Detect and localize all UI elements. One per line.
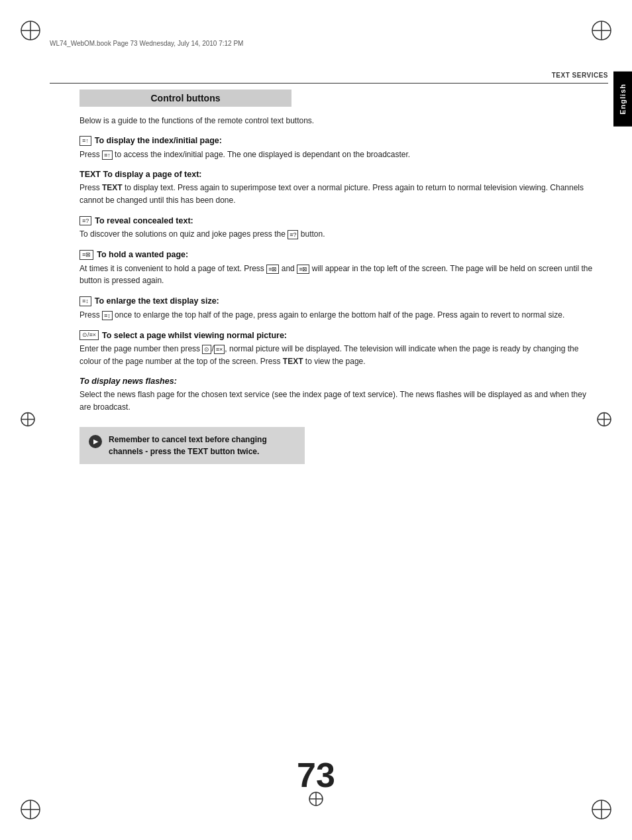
section-title: Control buttons — [79, 90, 291, 107]
subsection-index: ≡↑ To display the index/initial page: Pr… — [79, 136, 599, 160]
subsection-text: TEXT To display a page of text: Press TE… — [79, 170, 599, 206]
subsection-hold-heading: ≡⊠ To hold a wanted page: — [79, 250, 599, 260]
select-heading-text: To select a page whilst viewing normal p… — [102, 331, 287, 340]
reveal-icon: ≡? — [79, 216, 91, 226]
corner-mark-br — [590, 798, 613, 821]
subsection-enlarge-heading: ≡↕ To enlarge the text display size: — [79, 296, 599, 306]
top-rule — [50, 83, 608, 84]
intro-text: Below is a guide to the functions of the… — [79, 115, 599, 127]
header-line: WL74_WebOM.book Page 73 Wednesday, July … — [50, 40, 582, 47]
corner-mark-tr — [590, 19, 613, 42]
subsection-index-heading: ≡↑ To display the index/initial page: — [79, 136, 599, 146]
file-info: WL74_WebOM.book Page 73 Wednesday, July … — [50, 40, 243, 47]
corner-mark-tl — [19, 19, 42, 42]
subsection-hold: ≡⊠ To hold a wanted page: At times it is… — [79, 250, 599, 287]
right-tab-label: English — [619, 84, 627, 115]
enlarge-heading-text: To enlarge the text display size: — [95, 296, 219, 306]
index-icon: ≡↑ — [79, 136, 91, 146]
index-body: Press ≡↑ to access the index/initial pag… — [79, 149, 599, 161]
enlarge-body: Press ≡↕ once to enlarge the top half of… — [79, 309, 599, 322]
select-body: Enter the page number then press ⊙/≡×, n… — [79, 343, 599, 367]
note-icon: ▶ — [89, 435, 102, 448]
subsection-newsflash-heading: To display news flashes: — [79, 377, 599, 386]
note-text: Remember to cancel text before changing … — [109, 434, 295, 457]
subsection-enlarge: ≡↕ To enlarge the text display size: Pre… — [79, 296, 599, 321]
hold-icon: ≡⊠ — [79, 250, 93, 260]
newsflash-heading-text: To display news flashes: — [79, 377, 177, 386]
newsflash-body: Select the news flash page for the chose… — [79, 389, 599, 413]
subsection-text-heading: TEXT To display a page of text: — [79, 170, 599, 179]
reveal-body: To discover the solutions on quiz and jo… — [79, 228, 599, 241]
subsection-reveal-heading: ≡? To reveal concealed text: — [79, 216, 599, 226]
corner-mark-bl — [19, 798, 42, 821]
note-icon-char: ▶ — [93, 438, 98, 445]
right-language-tab: English — [613, 72, 632, 127]
hold-heading-text: To hold a wanted page: — [97, 250, 188, 259]
subsection-select: ⊙/≡× To select a page whilst viewing nor… — [79, 330, 599, 367]
enlarge-icon: ≡↕ — [79, 296, 91, 306]
reveal-heading-text: To reveal concealed text: — [95, 216, 193, 225]
hold-body: At times it is convenient to hold a page… — [79, 263, 599, 287]
subsection-reveal: ≡? To reveal concealed text: To discover… — [79, 216, 599, 241]
top-right-label: TEXT SERVICES — [552, 72, 608, 79]
note-box: ▶ Remember to cancel text before changin… — [79, 427, 305, 464]
main-content: Control buttons Below is a guide to the … — [79, 90, 599, 760]
text-body: Press TEXT to display text. Press again … — [79, 182, 599, 206]
select-icon: ⊙/≡× — [79, 330, 99, 340]
text-heading-text: TEXT To display a page of text: — [79, 170, 202, 179]
side-mark-left — [19, 410, 37, 430]
subsection-select-heading: ⊙/≡× To select a page whilst viewing nor… — [79, 330, 599, 340]
page-number: 73 — [297, 755, 335, 795]
subsection-newsflash: To display news flashes: Select the news… — [79, 377, 599, 413]
index-heading-text: To display the index/initial page: — [95, 136, 222, 145]
